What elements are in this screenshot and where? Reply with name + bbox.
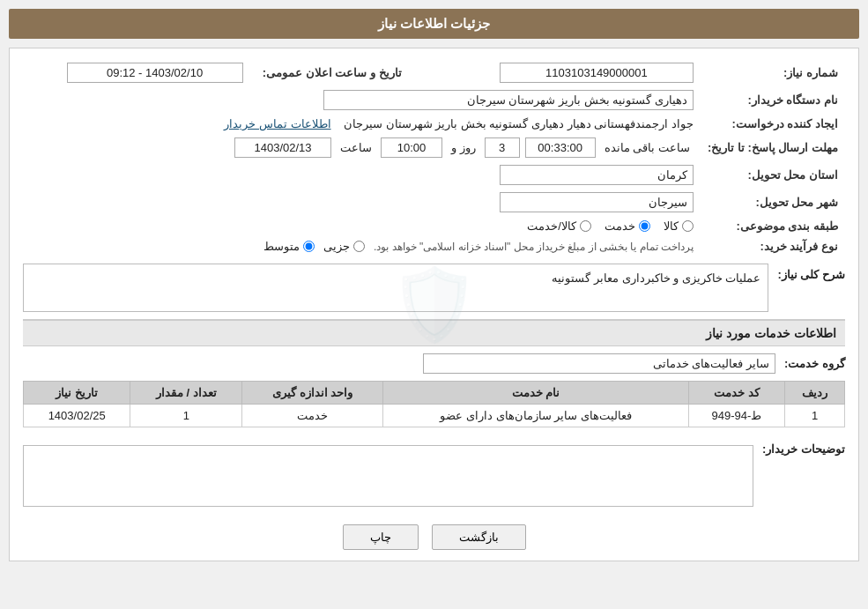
services-section-title: اطلاعات خدمات مورد نیاز <box>23 319 845 346</box>
contact-link[interactable]: اطلاعات تماس خریدار <box>224 117 330 130</box>
buyer-desc-label: توضیحات خریدار: <box>762 438 845 456</box>
response-remaining-label: ساعت باقی مانده <box>605 141 690 154</box>
col-unit: واحد اندازه گیری <box>242 382 383 405</box>
buyer-org-label: نام دستگاه خریدار: <box>701 86 845 114</box>
category-radio-kala[interactable] <box>682 220 694 232</box>
need-number-value: 1103103149000001 <box>453 59 701 86</box>
response-remaining-field: 00:33:00 <box>525 137 596 158</box>
main-card: 🛡️ شماره نیاز: 1103103149000001 تاریخ و … <box>9 48 859 561</box>
buttons-row: بازگشت چاپ <box>23 524 845 550</box>
table-row: 1 ط-94-949 فعالیت‌های سایر سازمان‌های دا… <box>24 405 845 427</box>
category-label-kala-khedmat: کالا/خدمت <box>527 219 576 233</box>
city-field: سیرجان <box>500 192 694 212</box>
category-label: طبقه بندی موضوعی: <box>701 216 845 236</box>
announce-date-field: 1403/02/10 - 09:12 <box>67 63 243 83</box>
category-radio-kala-khedmat[interactable] <box>580 220 591 232</box>
response-date-field: 1403/02/13 <box>234 137 331 158</box>
response-days-field: 3 <box>485 137 520 158</box>
province-field: کرمان <box>500 165 694 185</box>
need-desc-label: شرح کلی نیاز: <box>777 264 845 281</box>
cell-qty: 1 <box>130 405 242 427</box>
process-option-motevaset[interactable]: متوسط <box>263 240 315 253</box>
service-group-row: گروه خدمت: سایر فعالیت‌های خدماتی <box>23 353 845 374</box>
category-radio-khedmat[interactable] <box>639 220 650 232</box>
col-qty: تعداد / مقدار <box>130 382 242 405</box>
col-date: تاریخ نیاز <box>24 382 130 405</box>
cell-name: فعالیت‌های سایر سازمان‌های دارای عضو <box>383 405 689 427</box>
info-table: شماره نیاز: 1103103149000001 تاریخ و ساع… <box>23 59 845 256</box>
cell-unit: خدمت <box>242 405 383 427</box>
response-deadline-label: مهلت ارسال پاسخ: تا تاریخ: <box>701 134 845 161</box>
service-group-field: سایر فعالیت‌های خدماتی <box>423 353 775 374</box>
announce-date-label: تاریخ و ساعت اعلان عمومی: <box>250 59 409 86</box>
need-desc-box: عملیات خاکریزی و خاکبرداری معابر گستونیه <box>23 264 768 312</box>
buyer-org-field: دهیاری گستونیه بخش باریز شهرستان سیرجان <box>323 90 694 110</box>
services-table: ردیف کد خدمت نام خدمت واحد اندازه گیری ت… <box>23 381 845 427</box>
col-code: کد خدمت <box>688 382 784 405</box>
need-number-field: 1103103149000001 <box>500 63 694 83</box>
category-option-kala-khedmat[interactable]: کالا/خدمت <box>527 219 591 233</box>
process-radio-motevaset[interactable] <box>303 241 315 252</box>
province-label: استان محل تحویل: <box>701 161 845 189</box>
service-group-label: گروه خدمت: <box>784 357 845 370</box>
buyer-desc-box <box>23 445 753 507</box>
response-day-label: روز و <box>451 141 476 154</box>
creator-label: ایجاد کننده درخواست: <box>701 114 845 134</box>
col-row: ردیف <box>785 382 845 405</box>
category-label-khedmat: خدمت <box>605 219 635 233</box>
process-option-jozi[interactable]: جزیی <box>323 240 365 253</box>
buyer-desc-section: توضیحات خریدار: <box>23 438 845 514</box>
process-label-motevaset: متوسط <box>263 240 300 253</box>
category-label-kala: کالا <box>664 219 679 233</box>
creator-value: جواد ارجمندفهستانی دهیار دهیاری گستونیه … <box>344 117 694 130</box>
need-desc-text: عملیات خاکریزی و خاکبرداری معابر گستونیه <box>552 271 760 285</box>
need-number-label: شماره نیاز: <box>701 59 845 86</box>
page-title: جزئیات اطلاعات نیاز <box>378 16 490 31</box>
process-label-jozi: جزیی <box>323 240 350 253</box>
need-desc-section: شرح کلی نیاز: عملیات خاکریزی و خاکبرداری… <box>23 264 845 312</box>
process-note: پرداخت تمام یا بخشی از مبلغ خریداز محل "… <box>374 241 694 253</box>
col-name: نام خدمت <box>383 382 689 405</box>
back-button[interactable]: بازگشت <box>432 524 526 550</box>
print-button[interactable]: چاپ <box>343 524 419 550</box>
process-label: نوع فرآیند خرید: <box>701 236 845 256</box>
cell-row: 1 <box>785 405 845 427</box>
city-label: شهر محل تحویل: <box>701 189 845 216</box>
cell-code: ط-94-949 <box>688 405 784 427</box>
cell-date: 1403/02/25 <box>24 405 130 427</box>
response-time-label: ساعت <box>340 141 372 154</box>
response-time-field: 10:00 <box>381 137 442 158</box>
page-header: جزئیات اطلاعات نیاز <box>9 9 859 39</box>
category-option-khedmat[interactable]: خدمت <box>605 219 650 233</box>
category-option-kala[interactable]: کالا <box>664 219 694 233</box>
process-radio-jozi[interactable] <box>353 241 365 252</box>
announce-date-value: 1403/02/10 - 09:12 <box>23 59 250 86</box>
